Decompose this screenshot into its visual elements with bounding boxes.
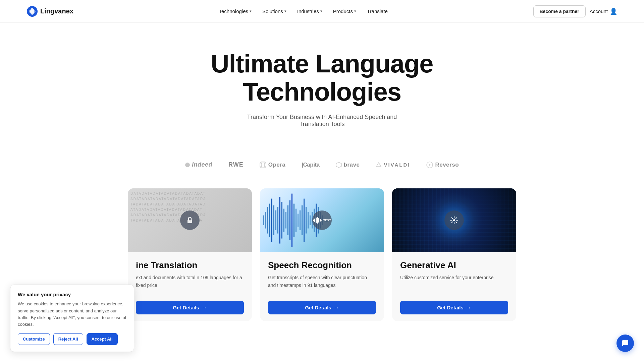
arrow-icon: → [334, 305, 339, 310]
svg-marker-6 [336, 162, 341, 168]
svg-rect-13 [318, 218, 319, 223]
svg-point-4 [260, 162, 266, 168]
logo-brave: brave [336, 162, 360, 168]
svg-point-2 [29, 9, 36, 13]
customize-cookie-button[interactable]: Customize [18, 333, 50, 345]
logo-reverso: Reverso [426, 162, 459, 168]
cookie-text: We use cookies to enhance your browsing … [18, 301, 126, 328]
nav-link-technologies[interactable]: Technologies ▾ [214, 6, 256, 17]
svg-rect-11 [316, 218, 317, 223]
logo-capita: |Capita [302, 162, 319, 168]
accept-cookie-button[interactable]: Accept All [87, 333, 118, 345]
nav-actions: Become a partner Account 👤 [533, 5, 617, 17]
nav-link-translate[interactable]: Translate [362, 6, 392, 17]
cookie-actions: Customize Reject All Accept All [18, 333, 126, 345]
hero-section: Ultimate Language Technologies Transform… [0, 23, 644, 161]
chevron-down-icon: ▾ [354, 9, 356, 13]
logo-rwe: RWE [228, 161, 244, 168]
arrow-icon: → [202, 305, 207, 310]
get-details-translation-button[interactable]: Get Details → [136, 301, 244, 314]
chat-button[interactable] [616, 335, 634, 352]
navbar: Lingvanex Technologies ▾ Solutions ▾ Ind… [0, 0, 644, 23]
card-image-ai [392, 188, 516, 252]
card-body-ai: Generative AI Utilize customized service… [392, 252, 516, 321]
card-body-speech: Speech Recognition Get transcripts of sp… [260, 252, 384, 321]
chevron-down-icon: ▾ [250, 9, 252, 13]
get-details-speech-button[interactable]: Get Details → [268, 301, 376, 314]
cookie-title: We value your privacy [18, 292, 126, 297]
svg-rect-15 [321, 220, 322, 221]
account-button[interactable]: Account 👤 [590, 8, 617, 15]
hero-title: Ultimate Language Technologies [13, 50, 631, 106]
cookie-banner: We value your privacy We use cookies to … [10, 285, 134, 352]
become-partner-button[interactable]: Become a partner [533, 5, 586, 17]
card-title-ai: Generative AI [400, 260, 508, 270]
chevron-down-icon: ▾ [320, 9, 322, 13]
logo-text: Lingvanex [40, 7, 73, 15]
ai-icon [444, 210, 464, 230]
logo-icon [27, 6, 38, 17]
account-icon: 👤 [610, 8, 617, 15]
svg-line-24 [451, 222, 452, 223]
logo-link[interactable]: Lingvanex [27, 6, 73, 17]
card-title-speech: Speech Recognition [268, 260, 376, 270]
nav-link-industries[interactable]: Industries ▾ [292, 6, 327, 17]
card-image-translation: // Will be rendered via inline style app… [128, 188, 252, 252]
logo-indeed: indeed [185, 161, 212, 168]
card-desc-translation: ext and documents with total n 109 langu… [136, 274, 244, 294]
card-desc-speech: Get transcripts of speech with clear pun… [268, 274, 376, 294]
svg-rect-14 [320, 219, 321, 222]
card-title-translation: ine Translation [136, 260, 244, 270]
card-speech: TEXT Speech Recognition Get transcripts … [260, 188, 384, 321]
svg-point-16 [453, 219, 455, 221]
svg-rect-9 [313, 220, 314, 221]
arrow-icon: → [466, 305, 471, 310]
card-body-translation: ine Translation ext and documents with t… [128, 252, 252, 321]
card-image-speech: TEXT [260, 188, 384, 252]
svg-point-3 [185, 163, 190, 167]
nav-links: Technologies ▾ Solutions ▾ Industries ▾ … [214, 6, 392, 17]
card-desc-ai: Utilize customized service for your ente… [400, 274, 508, 294]
nav-link-solutions[interactable]: Solutions ▾ [258, 6, 291, 17]
get-details-ai-button[interactable]: Get Details → [400, 301, 508, 314]
chevron-down-icon: ▾ [284, 9, 286, 13]
speech-icon: TEXT [312, 210, 332, 230]
partner-logos: indeed RWE Opera |Capita brave VIVALDI R… [0, 161, 644, 188]
hero-subtitle: Transform Your Business with AI-Enhanced… [235, 114, 409, 128]
svg-rect-10 [314, 219, 315, 222]
card-translation: // Will be rendered via inline style app… [128, 188, 252, 321]
svg-rect-12 [317, 217, 318, 224]
reject-cookie-button[interactable]: Reject All [53, 333, 83, 345]
logo-opera: Opera [260, 162, 286, 168]
svg-line-21 [451, 218, 452, 219]
nav-link-products[interactable]: Products ▾ [328, 6, 361, 17]
card-ai: Generative AI Utilize customized service… [392, 188, 516, 321]
svg-point-5 [261, 162, 265, 168]
logo-vivaldi: VIVALDI [376, 162, 410, 168]
svg-line-23 [456, 218, 457, 219]
svg-line-22 [456, 222, 457, 223]
